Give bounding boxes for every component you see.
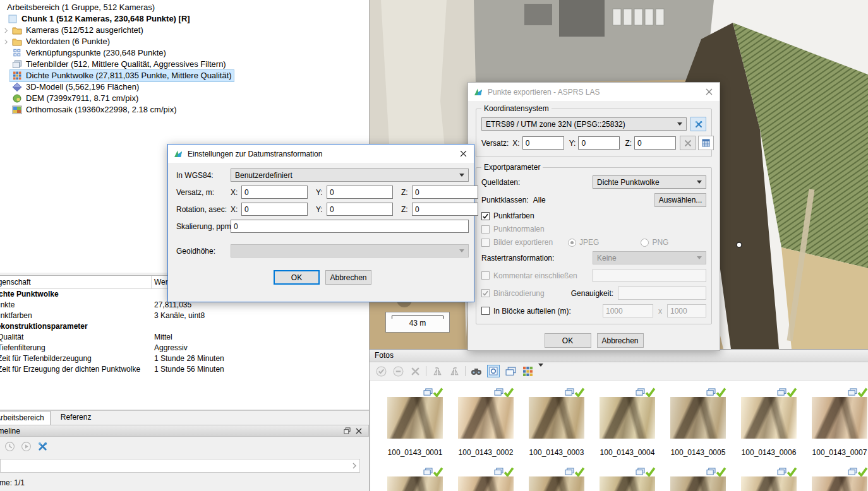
tab-label: Referenz: [61, 413, 92, 422]
photo-thumbnail[interactable]: 100_0143_0006: [741, 381, 812, 458]
tree-item-workspace-root[interactable]: Arbeitsbereich (1 Gruppe, 512 Kameras): [0, 2, 369, 13]
comment-input: [593, 269, 706, 282]
dem-icon: [12, 94, 22, 103]
offset-x-input[interactable]: [241, 186, 308, 199]
tree-item-cameras[interactable]: Kameras (512/512 ausgerichtet): [0, 25, 369, 36]
photo-thumbnail[interactable]: [812, 460, 868, 491]
offset-x-input[interactable]: [522, 136, 564, 150]
tree-item-orthomosaic[interactable]: Orthomosaik (19360x22998, 2.18 cm/pix): [0, 104, 369, 115]
offset-z-input[interactable]: [412, 186, 478, 199]
tree-item-3d-model[interactable]: 3D-Modell (5,562,196 Flächen): [0, 81, 369, 93]
raster-transform-label: Rastertransformation:: [481, 254, 554, 263]
tie-points-icon: [12, 49, 22, 57]
play-icon: [20, 441, 32, 453]
export-dialog-titlebar[interactable]: Punkte exportieren - ASPRS LAS: [468, 83, 720, 101]
photo-thumbnail[interactable]: 100_0143_0001: [387, 381, 458, 458]
offset-y-input[interactable]: [327, 186, 393, 199]
tree-item-tie-points[interactable]: Verknüpfungspunkte (230,648 Punkte): [0, 47, 369, 59]
ok-button[interactable]: OK: [545, 333, 591, 348]
tree-item-dense-cloud[interactable]: Dichte Punktwolke (27,811,035 Punkte, Mi…: [0, 70, 369, 81]
wgs84-select[interactable]: Benutzerdefiniert: [231, 169, 469, 182]
tree-item-dem[interactable]: DEM (7399x7911, 8.71 cm/pix): [0, 93, 369, 104]
photo-thumbnail[interactable]: 100_0143_0003: [529, 381, 600, 458]
point-colors-checkbox[interactable]: [481, 212, 490, 220]
tab-referenz[interactable]: Referenz: [51, 411, 102, 425]
photo-thumbnail[interactable]: 100_0143_0005: [670, 381, 741, 458]
crs-settings-button[interactable]: [690, 117, 706, 131]
offset-z-input[interactable]: [634, 136, 676, 150]
photo-label: 100_0143_0002: [458, 448, 514, 458]
close-panel-icon[interactable]: [356, 428, 362, 434]
photo-thumbnail[interactable]: 100_0143_0004: [600, 381, 670, 458]
details-view-icon[interactable]: [504, 365, 517, 377]
aligned-check-icon: [574, 467, 585, 476]
photo-label: 100_0143_0007: [812, 448, 867, 458]
raster-transform-select: Keine: [593, 251, 706, 264]
x-label: X:: [231, 188, 241, 197]
offset-label: Versatz, m:: [176, 188, 231, 197]
point-normals-checkbox: [481, 225, 490, 234]
dropdown-caret-icon[interactable]: [538, 367, 543, 376]
y-label: Y:: [316, 188, 327, 197]
photo-image: [741, 476, 797, 491]
split-blocks-checkbox[interactable]: [481, 307, 490, 315]
photo-thumbnail[interactable]: 100_0143_0002: [458, 381, 529, 458]
chevron-right-icon[interactable]: [1, 26, 10, 35]
depth-map-badge-icon: [706, 388, 716, 396]
offset-y-input[interactable]: [578, 136, 620, 150]
tab-arbeitsbereich[interactable]: Arbeitsbereich: [0, 411, 51, 425]
photo-thumbnail[interactable]: 100_0143_0007: [812, 381, 868, 458]
filter-photos-icon[interactable]: [470, 365, 483, 377]
split-separator: x: [658, 307, 662, 316]
scaling-input[interactable]: [231, 220, 469, 233]
datum-dialog-titlebar[interactable]: Einstellungen zur Datumstransformation: [168, 145, 474, 163]
timeline-settings-icon[interactable]: [37, 441, 49, 453]
photos-panel: Fotos 100_0143_0001 100_0143_0002 100_01…: [370, 349, 868, 491]
close-icon[interactable]: [452, 145, 474, 163]
tree-item-vector-data[interactable]: Vektordaten (6 Punkte): [0, 36, 369, 47]
rotation-x-input[interactable]: [241, 203, 308, 216]
depth-map-badge-icon: [494, 388, 503, 396]
property-column-header: Eigenschaft: [0, 276, 152, 288]
photo-thumbnail[interactable]: [670, 460, 741, 491]
photo-label: 100_0143_0001: [387, 448, 443, 458]
photo-thumbnail[interactable]: [741, 460, 812, 491]
chevron-right-icon[interactable]: [352, 462, 357, 470]
close-icon[interactable]: [698, 83, 720, 101]
photo-image: [812, 476, 867, 491]
estimate-offset-button[interactable]: [698, 136, 714, 150]
photo-thumbnail[interactable]: [458, 460, 529, 491]
property-row: Zeit für Tiefenbilderzeugung1 Stunde 26 …: [0, 353, 369, 364]
tree-item-chunk[interactable]: Chunk 1 (512 Kameras, 230,648 Punkte) [R…: [0, 13, 369, 25]
rotation-z-input[interactable]: [412, 203, 478, 216]
select-classes-button[interactable]: Auswählen...: [654, 193, 706, 207]
x-label: X:: [231, 205, 241, 214]
photo-image: [387, 476, 443, 491]
dock-tabs: Arbeitsbereich Referenz: [0, 410, 369, 425]
photo-image: [458, 476, 514, 491]
view-photos-toggle-icon[interactable]: [487, 365, 500, 377]
photo-thumbnail[interactable]: [600, 460, 670, 491]
cancel-button[interactable]: Abbrechen: [325, 270, 371, 285]
photo-image: [812, 397, 867, 439]
photo-thumbnail[interactable]: [387, 460, 458, 491]
float-panel-icon[interactable]: [344, 427, 351, 434]
include-comment-checkbox: [481, 271, 490, 280]
group-title: Exportparameter: [481, 163, 543, 172]
tree-item-depth-maps[interactable]: Tiefenbilder (512, Mittlere Qualität, Ag…: [0, 59, 369, 70]
thumbnail-view-icon[interactable]: [521, 365, 534, 377]
ok-button[interactable]: OK: [274, 270, 320, 285]
source-data-value: Dichte Punktwolke: [597, 178, 697, 187]
tree-item-label: DEM (7399x7911, 8.71 cm/pix): [26, 93, 138, 104]
chevron-right-icon[interactable]: [1, 37, 10, 46]
cancel-button[interactable]: Abbrechen: [597, 333, 644, 348]
rotation-y-input[interactable]: [327, 203, 393, 216]
crs-select[interactable]: ETRS89 / UTM zone 32N (EPSG::25832): [481, 117, 687, 131]
x-label: X:: [512, 139, 519, 148]
photo-thumbnail[interactable]: [529, 460, 600, 491]
photo-label: 100_0143_0004: [600, 448, 655, 458]
export-parameters-group: Exportparameter Quelldaten: Dichte Punkt…: [476, 167, 712, 324]
timeline-track[interactable]: [0, 459, 360, 473]
source-data-select[interactable]: Dichte Punktwolke: [593, 175, 706, 189]
photo-image: [387, 397, 443, 439]
